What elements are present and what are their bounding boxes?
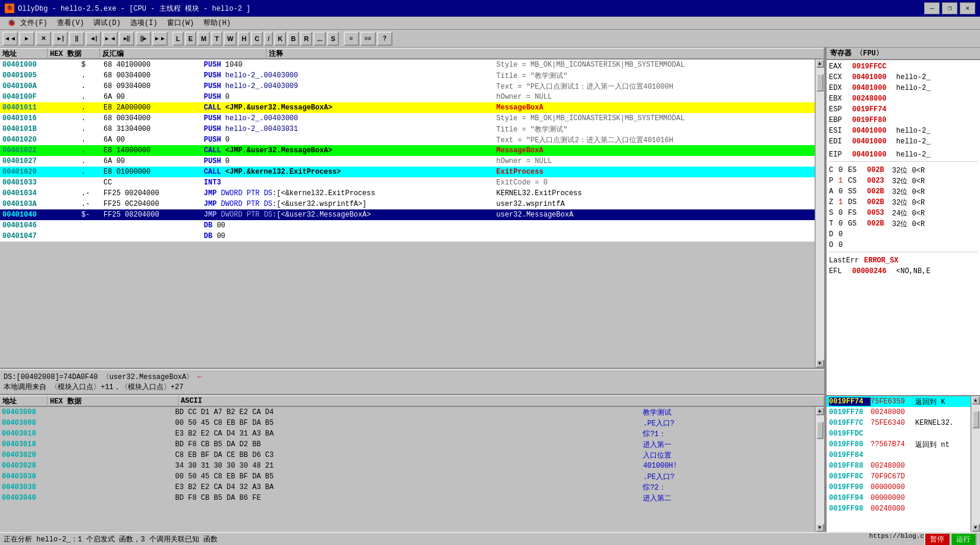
table-row[interactable]: 00403038 E3 B2 E2 CA D4 32 A3 BA 悰?2： <box>0 482 815 493</box>
tb-grid2[interactable]: ≡≡ <box>360 32 376 46</box>
flag-z: Z 1 DS 002B 32位 0<R <box>829 197 978 208</box>
tb-S[interactable]: S <box>327 32 338 46</box>
dump-scrollbar[interactable]: ▲ ▼ <box>815 407 824 532</box>
tb-M[interactable]: M <box>197 32 210 46</box>
tb-C[interactable]: C <box>251 32 263 46</box>
row-hex: 6A 00 <box>101 134 202 145</box>
restore-button[interactable]: ❐ <box>942 2 957 14</box>
disasm-scrollbar[interactable]: ▲ ▼ <box>815 59 824 368</box>
stack-scrollbar[interactable]: ▲ ▼ <box>970 396 980 532</box>
reg-lasterr: LastErr ERROR_SX <box>829 255 978 266</box>
run-button[interactable]: 运行 <box>950 533 976 546</box>
tb-grid1[interactable]: ≡ <box>344 32 359 46</box>
table-row[interactable]: 00401027 . 6A 00 PUSH 0 hOwner = NULL <box>0 156 815 167</box>
table-row[interactable]: 0040101B . 68 31304000 PUSH hello-2_.004… <box>0 124 815 134</box>
scroll-up-btn[interactable]: ▲ <box>816 59 824 68</box>
stack-row[interactable]: 0019FFDC <box>827 428 970 439</box>
tb-slash[interactable]: / <box>264 32 273 46</box>
close-button[interactable]: ✕ <box>960 2 975 14</box>
dump-scroll-down[interactable]: ▼ <box>816 524 824 532</box>
tb-run[interactable]: ► <box>19 32 34 46</box>
table-row[interactable]: 0040103A .- FF25 0C204000 JMP DWORD PTR … <box>0 199 815 209</box>
table-row[interactable]: 00401033 CC INT3 ExitCode = 0 <box>0 177 815 188</box>
row-instr: CALL <JMP.&kernel32.ExitProcess> <box>202 167 494 177</box>
tb-dots[interactable]: ... <box>313 32 326 46</box>
stack-row[interactable]: 0019FF88 00248000 <box>827 461 970 471</box>
scroll-down-btn[interactable]: ▼ <box>816 359 824 368</box>
tb-H[interactable]: H <box>238 32 250 46</box>
stack-row[interactable]: 0019FF74 75FE6359 返回到 K <box>827 396 970 407</box>
row-marker: . <box>79 124 101 134</box>
table-row[interactable]: 00401040 $- FF25 08204000 JMP DWORD PTR … <box>0 209 815 220</box>
table-row[interactable]: 00401022 . E8 14000000 CALL <JMP.&user32… <box>0 145 815 156</box>
stack-scroll-up[interactable]: ▲ <box>972 396 980 405</box>
menu-help[interactable]: 帮助(H) <box>199 17 235 29</box>
stack-scroll-thumb[interactable] <box>972 411 979 428</box>
menu-file[interactable]: 🐞 文件(F) <box>2 17 52 29</box>
table-row[interactable]: 00403040 BD F8 CB B5 DA B6 FE 进入第二 <box>0 493 815 503</box>
table-row[interactable]: 00403010 E3 B2 E2 CA D4 31 A3 BA 悰?1： <box>0 428 815 439</box>
stack-row[interactable]: 0019FF84 <box>827 450 970 461</box>
tb-K[interactable]: K <box>274 32 286 46</box>
menu-debug[interactable]: 调试(D) <box>89 17 125 29</box>
table-row[interactable]: 00401046 DB 00 <box>0 220 815 231</box>
reg-esp: ESP 0019FF74 <box>829 104 978 115</box>
tb-step-back[interactable]: ◄| <box>86 32 101 46</box>
title-bar-controls[interactable]: — ❐ ✕ <box>924 2 975 14</box>
tb-W[interactable]: W <box>224 32 237 46</box>
menu-window[interactable]: 窗口(W) <box>162 17 199 29</box>
tb-anim-over[interactable]: ||▸ <box>136 32 151 46</box>
tb-run-to[interactable]: ►► <box>152 32 168 46</box>
tb-B[interactable]: B <box>287 32 299 46</box>
table-row[interactable]: 00403030 00 50 45 C8 EB BF DA B5 .PE入口? <box>0 471 815 482</box>
scroll-thumb[interactable] <box>816 74 824 92</box>
right-panes: 寄存器 〈FPU〉 EAX 0019FFCC ECX 00401000 hell… <box>825 48 980 532</box>
stack-row[interactable]: 0019FF98 00248000 <box>827 503 970 514</box>
minimize-button[interactable]: — <box>924 2 940 14</box>
row-comment: Title = "教学测试" <box>494 70 815 81</box>
tb-stop[interactable]: ✕ <box>36 32 51 46</box>
table-row[interactable]: 00401000 $ 68 40100000 PUSH 1040 Style =… <box>0 59 815 70</box>
table-row[interactable]: 00403018 BD F8 CB B5 DA D2 BB 进入第一 <box>0 439 815 450</box>
table-row[interactable]: 00401029 . E8 01000000 CALL <JMP.&kernel… <box>0 167 815 177</box>
table-row[interactable]: 00403000 BD CC D1 A7 B2 E2 CA D4 教学测试 <box>0 407 815 418</box>
table-row[interactable]: 00401005 . 68 00304000 PUSH hello-2_.004… <box>0 70 815 81</box>
table-row[interactable]: 00403008 00 50 45 C8 EB BF DA B5 .PE入口? <box>0 418 815 428</box>
dump-scroll-up[interactable]: ▲ <box>816 407 824 415</box>
table-row[interactable]: 00401016 . 68 00304000 PUSH hello-2_.004… <box>0 113 815 124</box>
dump-scroll-track[interactable] <box>816 415 824 524</box>
tb-step-into[interactable]: ►| <box>52 32 68 46</box>
table-row[interactable]: 00401034 .- FF25 00204000 JMP DWORD PTR … <box>0 188 815 199</box>
table-row[interactable]: 00401020 . 6A 00 PUSH 0 Text = "PE入口点测试2… <box>0 134 815 145</box>
flag-o: O 0 <box>829 240 978 250</box>
stack-row[interactable]: 0019FF94 00000000 <box>827 493 970 503</box>
pause-button[interactable]: 暂停 <box>924 533 950 546</box>
stack-scroll-down[interactable]: ▼ <box>972 524 980 532</box>
stack-row[interactable]: 0019FF7C 75FE6340 KERNEL32. <box>827 418 970 428</box>
dump-scroll-thumb[interactable] <box>816 421 824 439</box>
tb-T[interactable]: T <box>211 32 222 46</box>
stack-row[interactable]: 0019FF80 ??567B74 返回到 nt <box>827 439 970 450</box>
tb-R[interactable]: R <box>300 32 312 46</box>
row-addr: 0040100A <box>0 81 79 92</box>
tb-E[interactable]: E <box>185 32 196 46</box>
stack-row[interactable]: 0019FF90 00000000 <box>827 482 970 493</box>
tb-step-over[interactable]: ►◄ <box>102 32 118 46</box>
tb-help[interactable]: ? <box>377 32 392 46</box>
scroll-track[interactable] <box>816 68 824 359</box>
stack-scroll-track[interactable] <box>972 405 980 524</box>
tb-pause[interactable]: || <box>69 32 84 46</box>
menu-view[interactable]: 查看(V) <box>52 17 89 29</box>
tb-rewind[interactable]: ◄◄ <box>2 32 18 46</box>
table-row[interactable]: 00401047 DB 00 <box>0 231 815 242</box>
table-row[interactable]: 0040100A . 68 09304000 PUSH hello-2_.004… <box>0 81 815 92</box>
stack-row[interactable]: 0019FF78 00248000 <box>827 407 970 418</box>
menu-options[interactable]: 选项(I) <box>125 17 162 29</box>
table-row[interactable]: 00403028 34 30 31 30 30 30 48 21 401000H… <box>0 461 815 471</box>
table-row[interactable]: 00403020 C8 EB BF DA CE BB D6 C3 入口位置 <box>0 450 815 461</box>
tb-anim-into[interactable]: ▸|| <box>119 32 134 46</box>
table-row[interactable]: 0040100F . 6A 00 PUSH 0 hOwner = NULL <box>0 92 815 102</box>
table-row[interactable]: 00401011 . E8 2A000000 CALL <JMP.&user32… <box>0 102 815 113</box>
stack-row[interactable]: 0019FF8C 70F9C67D <box>827 471 970 482</box>
tb-L[interactable]: L <box>172 32 184 46</box>
